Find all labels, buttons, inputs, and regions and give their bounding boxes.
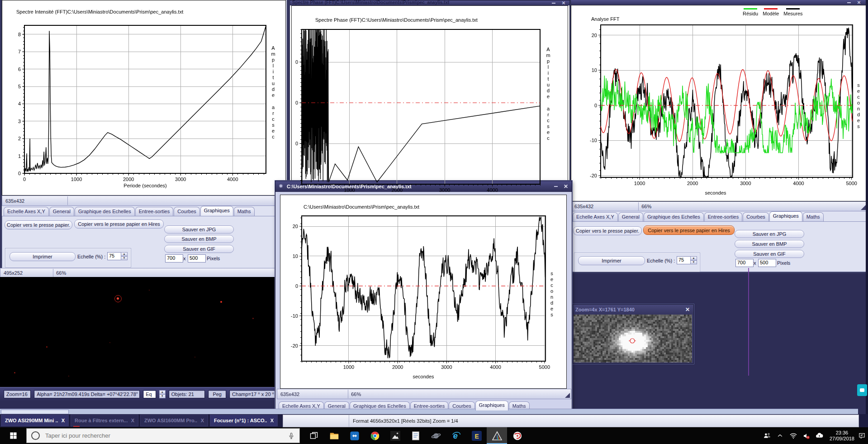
sky-zoom-field: Zoom=16 (4, 390, 31, 398)
teamviewer-icon[interactable] (344, 427, 365, 444)
format-label: Format 4656x3520x1 [Réels 32bits] Zoom =… (353, 418, 458, 424)
chrome-icon[interactable] (365, 427, 385, 444)
notepad-icon[interactable] (405, 427, 426, 444)
tab-maths[interactable]: Maths (234, 207, 255, 216)
save-bmp-button[interactable]: Sauver en BMP (735, 240, 804, 248)
copy-clipboard-button[interactable]: Copier vers le presse papier. (573, 226, 642, 235)
tab-graphique-des-echelles[interactable]: Graphique des Echelles (75, 207, 135, 216)
svg-text:2000: 2000 (123, 177, 134, 182)
sky-chart-view[interactable] (0, 277, 280, 387)
series-Mesures (302, 217, 545, 358)
svg-text:2: 2 (18, 136, 21, 141)
taskbar-clock[interactable]: 23:36 27/09/2018 (827, 430, 857, 442)
tab-echelle-axes-x-y[interactable]: Echelle Axes X,Y (4, 207, 49, 216)
clock-time: 23:36 (830, 430, 854, 436)
tab-maths[interactable]: Maths (803, 212, 824, 221)
tab-echelle-axes-x-y[interactable]: Echelle Axes X,Y (573, 212, 618, 221)
planetarium-icon[interactable] (507, 427, 527, 444)
close-tab-icon[interactable]: X (131, 418, 134, 423)
series-chart: 1000200030004000500020100-10-20 (280, 195, 566, 388)
microphone-icon[interactable] (288, 432, 295, 439)
pixel-height-input[interactable]: 500 (188, 254, 206, 263)
save-gif-button[interactable]: Sauver en GIF (735, 250, 804, 258)
document-tab[interactable]: ZWO ASI290MM Mini ...X (1, 415, 69, 426)
space-app-icon[interactable] (426, 427, 446, 444)
save-gif-button[interactable]: Sauver en GIF (164, 245, 234, 253)
close-tab-icon[interactable]: X (201, 418, 204, 423)
document-tab-label: Focuser (n°1) : ASCO... (214, 418, 267, 423)
document-tab-label: Roue à Filtres extern... (75, 418, 128, 423)
onedrive-icon[interactable] (815, 431, 824, 440)
save-jpg-button[interactable]: Sauver en JPG (735, 230, 804, 238)
notification-bubble-icon[interactable] (857, 384, 867, 396)
close-tab-icon[interactable]: X (62, 418, 65, 423)
graph-controls-panel: Copier vers le presse papier. Copier ver… (2, 216, 286, 268)
tab-general[interactable]: General (49, 207, 74, 216)
zoom-level-label: 66% (53, 270, 69, 276)
resize-grip[interactable] (565, 393, 570, 398)
internet-explorer-icon[interactable]: e (446, 427, 466, 444)
tab-entree-sorties[interactable]: Entree-sorties (135, 207, 173, 216)
prism-icon[interactable] (487, 427, 507, 444)
windows-logo-icon (9, 432, 17, 439)
search-input[interactable] (26, 428, 300, 443)
scrollbar-thumb[interactable] (1, 410, 69, 414)
pixel-width-input[interactable]: 700 (165, 254, 183, 263)
document-tab[interactable]: Focuser (n°1) : ASCO...X (210, 415, 278, 426)
search-field[interactable] (44, 432, 283, 439)
tab-general[interactable]: General (618, 212, 643, 221)
document-tab[interactable]: ZWO ASI1600MM Pro...X (140, 415, 208, 426)
save-jpg-button[interactable]: Sauver en JPG (164, 225, 234, 234)
svg-text:-20: -20 (590, 173, 597, 178)
close-tab-icon[interactable]: X (270, 418, 274, 423)
taskbar-app-icons: eE (304, 427, 527, 444)
frame-spinner[interactable]: ▲▼ (159, 390, 166, 398)
volume-muted-icon[interactable] (802, 431, 811, 440)
tab-courbes[interactable]: Courbes (743, 212, 769, 221)
svg-text:20: 20 (592, 33, 597, 38)
window-title: Zoom=4x X=1761 Y=1840 (575, 307, 635, 312)
scale-spinner[interactable]: ▲▼ (121, 252, 128, 260)
zoom-window-titlebar[interactable]: Zoom=4x X=1761 Y=1840 ✕ (573, 305, 693, 315)
photo-viewer-icon[interactable] (385, 427, 405, 444)
people-icon[interactable] (763, 431, 772, 440)
pixel-width-input[interactable]: 700 (735, 259, 754, 267)
svg-text:5: 5 (18, 84, 21, 89)
tab-graphiques[interactable]: Graphiques (475, 401, 508, 411)
action-center-icon[interactable] (857, 431, 866, 440)
scale-input[interactable]: 75 (677, 256, 691, 264)
svg-text:5000: 5000 (539, 364, 550, 370)
file-explorer-icon[interactable] (324, 427, 344, 444)
close-icon[interactable]: ✕ (684, 307, 691, 313)
intensity-status-bar: 635x432 (2, 196, 287, 206)
tab-courbes[interactable]: Courbes (174, 207, 200, 216)
scale-input[interactable]: 75 (107, 252, 122, 260)
resize-grip[interactable] (861, 205, 866, 210)
print-button[interactable]: Imprimer (578, 256, 645, 265)
star-zoom-view[interactable] (574, 315, 692, 363)
image-size-label: 635x432 (277, 391, 303, 397)
tab-entree-sorties[interactable]: Entree-sorties (704, 212, 742, 221)
chevron-up-icon[interactable] (776, 431, 785, 440)
eqmod-icon[interactable]: E (466, 427, 487, 444)
copy-clipboard-button[interactable]: Copier vers le presse papier. (5, 220, 72, 229)
frame-select[interactable]: Eq (143, 390, 156, 398)
copy-clipboard-hires-button[interactable]: Copier vers le presse papier en Hires (74, 220, 164, 229)
constellation-field: Peg (208, 390, 226, 398)
svg-text:4: 4 (18, 101, 21, 106)
fft-chart: 1000200030004000500020100-10-20 (571, 5, 866, 201)
print-button[interactable]: Imprimer (9, 252, 76, 261)
scale-spinner[interactable]: ▲▼ (690, 256, 697, 264)
tab-graphiques[interactable]: Graphiques (769, 211, 802, 221)
start-button[interactable] (0, 427, 26, 444)
wifi-icon[interactable] (789, 431, 798, 440)
pixel-height-input[interactable]: 500 (758, 259, 776, 267)
tab-graphique-des-echelles[interactable]: Graphique des Echelles (644, 212, 704, 221)
copy-clipboard-hires-button[interactable]: Copier vers le presse papier en Hires (643, 225, 735, 235)
taskbar: eE 23:36 27/09/2018 (0, 427, 868, 444)
document-tab[interactable]: Roue à Filtres extern...X (71, 415, 138, 426)
svg-text:0: 0 (18, 171, 21, 176)
task-view-icon[interactable] (304, 427, 324, 444)
save-bmp-button[interactable]: Sauver en BMP (164, 235, 234, 243)
tab-graphiques[interactable]: Graphiques (200, 206, 233, 216)
